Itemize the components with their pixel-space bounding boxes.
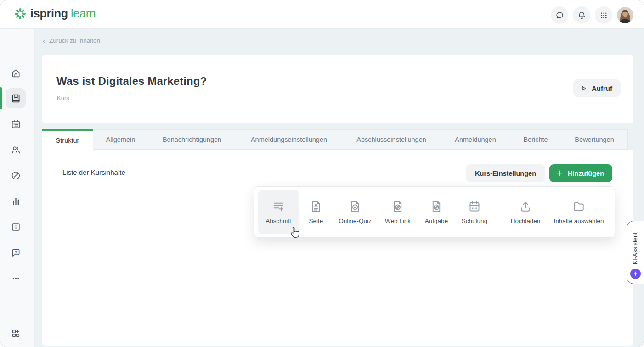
ai-assistant-tab[interactable]: KI-Assistent (627, 221, 644, 284)
breadcrumb-back-link[interactable]: ‹ Zurück zu Inhalten (43, 37, 100, 44)
sidebar-item-catalog[interactable] (6, 217, 26, 237)
tab-berichte[interactable]: Berichte (510, 129, 561, 150)
quiz-icon (348, 200, 362, 213)
sidebar-item-help[interactable]: ? (6, 242, 26, 263)
task-icon (429, 200, 443, 213)
sidebar-item-addons[interactable] (6, 323, 26, 343)
course-tabs: Struktur Allgemein Benachrichtigungen An… (42, 129, 628, 150)
preview-button-label: Aufruf (592, 84, 612, 92)
bar-chart-icon (11, 196, 21, 207)
menu-item-schulung[interactable]: Schulung (454, 190, 495, 234)
course-header-card: Was ist Digitales Marketing? Kurs Aufruf (42, 55, 633, 123)
sidebar-item-home[interactable] (6, 63, 26, 83)
menu-item-web-link[interactable]: Web Link (377, 190, 419, 234)
addons-icon (11, 328, 21, 339)
menu-item-seite[interactable]: Seite (299, 190, 333, 234)
page-title: Was ist Digitales Marketing? (56, 75, 207, 88)
folder-icon (572, 200, 586, 213)
tab-bewertungen[interactable]: Bewertungen (561, 129, 628, 150)
section-add-icon (271, 200, 285, 213)
apps-button[interactable] (595, 6, 612, 24)
user-avatar[interactable] (617, 7, 633, 23)
plus-icon (556, 169, 564, 177)
more-dots-icon (11, 273, 21, 284)
users-icon (11, 145, 21, 155)
top-bar: ispringlearn (0, 0, 644, 29)
chevron-left-icon: ‹ (43, 37, 45, 44)
messages-icon (555, 11, 565, 20)
content-list-title: Liste der Kursinhalte (62, 168, 125, 176)
add-content-menu: Abschnitt Seite Online-Quiz Web Link Auf… (254, 186, 615, 238)
preview-button[interactable]: Aufruf (573, 79, 621, 97)
menu-item-inhalte-auswaehlen[interactable]: Inhalte auswählen (550, 190, 608, 234)
tab-anmeldungen[interactable]: Anmeldungen (441, 129, 510, 150)
home-icon (11, 68, 21, 78)
tab-allgemein[interactable]: Allgemein (93, 129, 148, 150)
course-content-panel: Liste der Kursinhalte Kurs-Einstellungen… (42, 150, 633, 346)
info-box-icon (11, 222, 21, 232)
calendar-icon (11, 119, 21, 129)
upload-icon (519, 200, 532, 213)
tab-abschlusseinstellungen[interactable]: Abschlusseinstellungen (342, 129, 441, 150)
notifications-icon (577, 11, 587, 20)
sidebar-item-courses[interactable] (6, 88, 26, 108)
sidebar-item-more[interactable] (6, 268, 26, 288)
tab-struktur[interactable]: Struktur (42, 129, 93, 150)
menu-item-hochladen[interactable]: Hochladen (501, 190, 550, 234)
course-settings-button[interactable]: Kurs-Einstellungen (466, 164, 545, 182)
notifications-button[interactable] (573, 6, 590, 24)
tab-anmeldungseinstellungen[interactable]: Anmeldungseinstellungen (236, 129, 342, 150)
help-bubble-icon: ? (11, 247, 21, 258)
ispring-spark-icon (14, 8, 26, 20)
menu-item-aufgabe[interactable]: Aufgabe (419, 190, 454, 234)
breadcrumb-label: Zurück zu Inhalten (49, 37, 100, 44)
top-actions (551, 6, 633, 24)
menu-item-online-quiz[interactable]: Online-Quiz (333, 190, 377, 234)
ai-sparkle-icon (630, 269, 641, 279)
sidebar-item-goals[interactable] (6, 165, 26, 185)
courses-book-icon (11, 93, 21, 104)
weblink-icon (391, 200, 405, 213)
ai-assistant-label: KI-Assistent (632, 232, 638, 264)
sidebar-active-indicator (0, 87, 2, 109)
sidebar: ? AT (0, 29, 35, 347)
logo-wordmark: ispringlearn (30, 7, 96, 20)
training-icon (468, 200, 481, 213)
page-icon (309, 200, 323, 213)
app-window: ispringlearn (0, 0, 644, 347)
svg-text:?: ? (14, 249, 17, 254)
ispring-learn-logo[interactable]: ispringlearn (14, 7, 96, 20)
sidebar-item-users[interactable] (6, 140, 26, 160)
sidebar-item-reports[interactable] (6, 191, 26, 211)
goals-target-icon (11, 170, 21, 181)
add-button-label: Hinzufügen (568, 170, 604, 177)
tab-benachrichtigungen[interactable]: Benachrichtigungen (148, 129, 236, 150)
sidebar-item-calendar[interactable] (6, 114, 26, 134)
add-content-button[interactable]: Hinzufügen (549, 164, 612, 182)
play-icon (580, 84, 588, 92)
course-type-label: Kurs (57, 95, 69, 101)
apps-grid-icon (599, 11, 608, 20)
messages-button[interactable] (551, 6, 568, 24)
menu-item-abschnitt[interactable]: Abschnitt (258, 190, 299, 234)
menu-divider (498, 196, 498, 229)
